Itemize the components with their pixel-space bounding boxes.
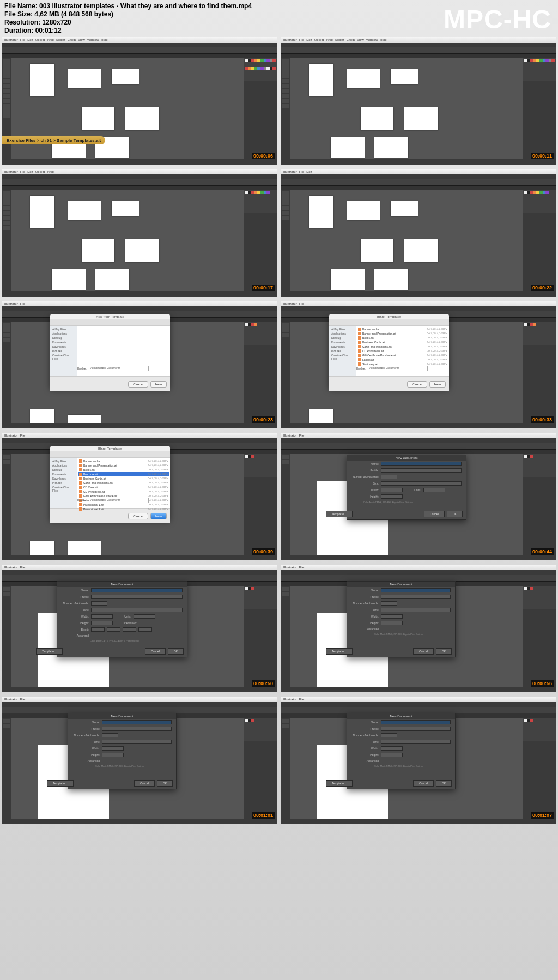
status-bar bbox=[2, 159, 277, 165]
thumbnail-4: IllustratorFileEdit 00:00:22 bbox=[281, 169, 556, 297]
document-tab bbox=[2, 54, 277, 58]
app-menubar bbox=[2, 43, 277, 47]
file-open-dialog[interactable]: New from Template All My Files Applicati… bbox=[50, 314, 170, 388]
mac-menubar: IllustratorFileEditObjectTypeSelectEffec… bbox=[2, 37, 277, 43]
ok-button[interactable]: OK bbox=[447, 511, 463, 517]
thumbnail-9: IllustratorFile New Document Name: Profi… bbox=[2, 565, 277, 692]
thumbnail-11: IllustratorFile New Document Name: Profi… bbox=[2, 697, 277, 824]
thumbnail-10: IllustratorFile New Document Name: Profi… bbox=[281, 565, 556, 692]
cancel-button[interactable]: Cancel bbox=[128, 381, 148, 388]
thumbnail-grid: IllustratorFileEditObjectTypeSelectEffec… bbox=[2, 37, 556, 824]
thumbnail-1: IllustratorFileEditObjectTypeSelectEffec… bbox=[2, 37, 277, 165]
thumbnail-5: IllustratorFile New from Template All My… bbox=[2, 301, 277, 428]
file-open-dialog[interactable]: Blank Templates All My Files Application… bbox=[329, 314, 449, 388]
new-document-dialog[interactable]: New Document Name: Profile: Number of Ar… bbox=[347, 455, 466, 520]
panels bbox=[244, 58, 277, 159]
thumbnail-6: IllustratorFile Blank Templates All My F… bbox=[281, 301, 556, 428]
cancel-button[interactable]: Cancel bbox=[424, 511, 445, 517]
watermark: MPC-HC bbox=[444, 4, 551, 34]
thumbnail-7: IllustratorFile Blank Templates All My F… bbox=[2, 433, 277, 560]
thumbnail-12: IllustratorFile New Document Name: Profi… bbox=[281, 697, 556, 824]
file-info-header: File Name: 003 Illustrator templates - W… bbox=[4, 2, 252, 35]
path-tooltip: Exercise Files > ch 01 > Sample Template… bbox=[2, 136, 105, 144]
templates-button[interactable]: Templates... bbox=[326, 511, 353, 517]
open-button[interactable]: New bbox=[150, 381, 167, 388]
thumbnail-2: IllustratorFileEditObjectTypeSelectEffec… bbox=[281, 37, 556, 165]
thumbnail-3: IllustratorFileEditObjectType 00:00:17 bbox=[2, 169, 277, 297]
timestamp: 00:00:06 bbox=[252, 153, 275, 159]
app-toolbar bbox=[2, 47, 277, 54]
file-sidebar[interactable]: All My Files Applications Desktop Docume… bbox=[50, 326, 77, 376]
thumbnail-8: IllustratorFile New Document Name: Profi… bbox=[281, 433, 556, 560]
file-open-dialog[interactable]: Blank Templates All My Files Application… bbox=[50, 446, 170, 519]
